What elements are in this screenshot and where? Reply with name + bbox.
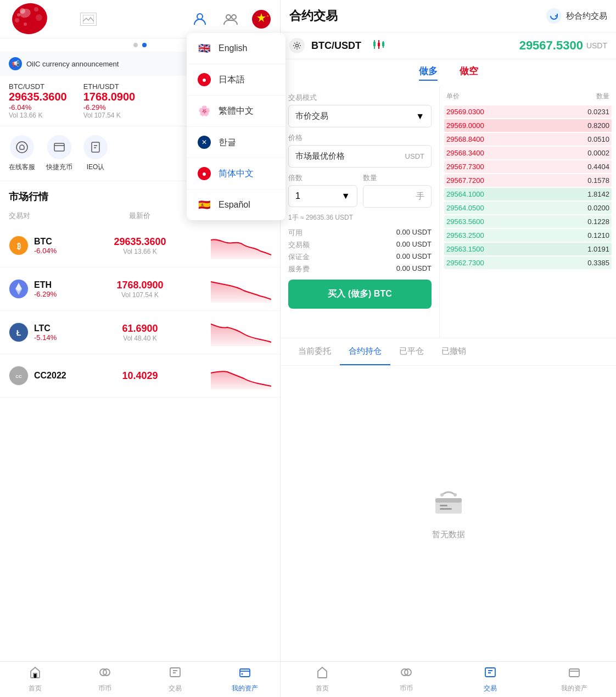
multiplier-select[interactable]: 1 ▼ xyxy=(288,185,357,207)
users-icon[interactable] xyxy=(221,9,240,29)
eth-pair: ETH/USDT xyxy=(83,82,136,91)
candlestick-icon[interactable] xyxy=(372,39,385,53)
right-panel: 合约交易 秒合约交易 BTC/USDT 29567.5300 USDT 做多 做… xyxy=(280,0,616,697)
nav-coins-left[interactable]: 币币 xyxy=(70,662,141,697)
trading-mode-field[interactable]: 市价交易 ▼ xyxy=(288,105,432,127)
coins-icon-right xyxy=(400,666,412,682)
ask-row-1[interactable]: 29569.0000 0.8200 xyxy=(444,119,612,132)
trade-icon-right xyxy=(484,666,496,682)
bid-price-4: 29563.1500 xyxy=(446,245,484,253)
bid-qty-5: 0.3385 xyxy=(587,259,609,267)
nav-assets-left[interactable]: 我的资产 xyxy=(210,662,281,697)
btc-market-vol: Vol 13.66 K xyxy=(96,248,183,255)
available-value: 0.00 USDT xyxy=(396,228,432,238)
lang-japanese[interactable]: ● 日本語 xyxy=(187,64,285,96)
ob-qty-header: 数量 xyxy=(596,92,609,101)
svg-rect-29 xyxy=(170,668,180,677)
tab-current-orders[interactable]: 当前委托 xyxy=(289,338,340,365)
ask-qty-0: 0.0231 xyxy=(587,108,609,116)
nav-assets-right[interactable]: 我的资产 xyxy=(532,662,616,697)
svg-point-9 xyxy=(197,14,203,19)
price-field-value: 市场最优价格 xyxy=(295,151,345,161)
lang-simplified-chinese[interactable]: ● 简体中文 xyxy=(187,158,285,189)
svg-rect-16 xyxy=(54,143,64,151)
coins-icon-left xyxy=(99,666,111,682)
price-field[interactable]: 市场最优价格 USDT xyxy=(288,145,432,168)
bottom-nav-left: 首页 币币 交易 我的资产 xyxy=(0,661,280,697)
empty-state: 暂无数据 xyxy=(281,366,616,661)
svg-point-4 xyxy=(34,7,38,12)
profile-icon[interactable] xyxy=(190,9,210,29)
flag-japanese: ● xyxy=(198,73,211,86)
multiplier-qty-row: 倍数 1 ▼ 数量 手 xyxy=(288,173,432,208)
lang-simplified-chinese-label: 简体中文 xyxy=(219,168,254,180)
ieo-label: IEO认 xyxy=(87,163,105,172)
trading-content: 交易模式 市价交易 ▼ 价格 市场最优价格 USDT 倍数 xyxy=(281,86,616,338)
amount-label: 交易额 xyxy=(288,240,310,250)
eth-vol: Vol 107.54 K xyxy=(83,111,136,119)
tab-contract-positions[interactable]: 合约持仓 xyxy=(340,338,390,365)
tab-closed[interactable]: 已平仓 xyxy=(390,338,433,365)
quantity-input[interactable]: 手 xyxy=(363,185,432,208)
nav-assets-label-left: 我的资产 xyxy=(232,684,258,693)
trade-icon-left xyxy=(169,666,181,682)
lang-spanish[interactable]: 🇪🇸 Español xyxy=(187,189,285,220)
deposit-label: 快捷充币 xyxy=(46,163,72,172)
language-flag-icon[interactable] xyxy=(251,9,271,29)
market-item-cc2022[interactable]: CC CC2022 10.4029 xyxy=(0,354,280,398)
margin-row: 保证金 0.00 USDT xyxy=(288,252,432,262)
announcement-text: OilC currency announcement xyxy=(26,60,119,68)
lang-spanish-label: Español xyxy=(219,200,250,210)
ask-qty-5: 0.1578 xyxy=(587,176,609,185)
eth-change-market: -6.29% xyxy=(34,290,57,298)
quantity-unit: 手 xyxy=(416,191,424,202)
ask-price-5: 29567.7200 xyxy=(446,176,484,185)
tab-cancelled[interactable]: 已撤销 xyxy=(433,338,475,365)
hint-text: 1手 ≈ 29635.36 USDT xyxy=(288,213,432,222)
quantity-label: 数量 xyxy=(363,173,432,183)
dropdown-arrow: ▼ xyxy=(416,111,424,121)
futures-action[interactable]: 秒合约交易 xyxy=(546,8,607,24)
ask-price-3: 29568.3400 xyxy=(446,149,484,157)
nav-home-right[interactable]: 首页 xyxy=(281,662,365,697)
market-item-eth[interactable]: ETH -6.29% 1768.0900 Vol 107.54 K xyxy=(0,267,280,311)
buy-button[interactable]: 买入 (做多) BTC xyxy=(288,280,432,309)
sell-tab[interactable]: 做空 xyxy=(460,65,478,81)
flag-spanish: 🇪🇸 xyxy=(198,198,211,211)
lang-traditional-chinese[interactable]: 🌸 繁體中文 xyxy=(187,96,285,127)
market-item-ltc[interactable]: Ł LTC -5.14% 61.6900 Vol 48.40 K xyxy=(0,311,280,354)
bid-qty-2: 0.1228 xyxy=(587,218,609,226)
svg-point-31 xyxy=(242,673,243,674)
bid-row-2[interactable]: 29563.5600 0.1228 xyxy=(444,215,612,228)
svg-point-5 xyxy=(36,14,42,21)
ask-row-4[interactable]: 29567.7300 0.4404 xyxy=(444,160,612,173)
ask-row-2[interactable]: 29568.8400 0.0510 xyxy=(444,133,612,146)
bid-row-5[interactable]: 29562.7300 0.3385 xyxy=(444,257,612,269)
nav-home-left[interactable]: 首页 xyxy=(0,662,70,697)
market-item-btc[interactable]: ₿ BTC -6.04% 29635.3600 Vol 13.66 K xyxy=(0,224,280,267)
nav-trade-left[interactable]: 交易 xyxy=(140,662,210,697)
bid-row-0[interactable]: 29564.1000 1.8142 xyxy=(444,188,612,200)
svg-rect-17 xyxy=(92,142,99,152)
lang-korean[interactable]: ✕ 한글 xyxy=(187,127,285,158)
bid-row-4[interactable]: 29563.1500 1.0191 xyxy=(444,243,612,255)
ask-row-0[interactable]: 29569.0300 0.0231 xyxy=(444,105,612,118)
ob-header: 单价 数量 xyxy=(444,90,612,105)
btc-price-item[interactable]: BTC/USDT 29635.3600 -6.04% Vol 13.66 K xyxy=(9,82,67,119)
buy-tab[interactable]: 做多 xyxy=(419,65,438,81)
fee-row: 服务费 0.00 USDT xyxy=(288,264,432,274)
bid-row-3[interactable]: 29563.2500 0.1210 xyxy=(444,229,612,242)
ltc-market-vol: Vol 48.40 K xyxy=(96,334,183,342)
customer-service-btn[interactable]: 在线客服 xyxy=(9,135,35,172)
ieo-btn[interactable]: IEO认 xyxy=(83,135,108,172)
deposit-btn[interactable]: 快捷充币 xyxy=(46,135,72,172)
bid-row-1[interactable]: 29564.0500 0.0200 xyxy=(444,202,612,214)
ask-row-5[interactable]: 29567.7200 0.1578 xyxy=(444,174,612,187)
ask-row-3[interactable]: 29568.3400 0.0002 xyxy=(444,147,612,159)
bid-qty-4: 1.0191 xyxy=(587,245,609,253)
nav-coins-right[interactable]: 币币 xyxy=(365,662,449,697)
nav-trade-right[interactable]: 交易 xyxy=(449,662,533,697)
settings-icon[interactable] xyxy=(289,38,305,53)
lang-english[interactable]: 🇬🇧 English xyxy=(187,33,285,64)
eth-price-item[interactable]: ETH/USDT 1768.0900 -6.29% Vol 107.54 K xyxy=(83,82,136,119)
